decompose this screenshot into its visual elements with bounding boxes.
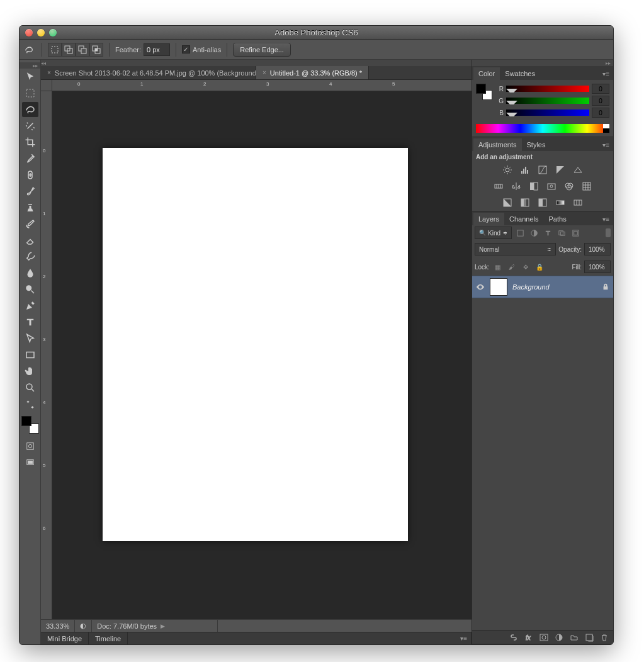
minimize-window-button[interactable] — [37, 29, 45, 36]
marquee-tool[interactable] — [22, 86, 38, 101]
layer-style-icon[interactable]: fx — [524, 632, 534, 642]
quick-mask-icon[interactable] — [22, 439, 38, 454]
color-balance-icon[interactable] — [510, 181, 523, 192]
delete-layer-icon[interactable] — [599, 632, 609, 642]
history-brush-tool[interactable] — [22, 216, 38, 232]
exposure-icon[interactable] — [554, 164, 567, 176]
filter-smart-icon[interactable] — [570, 227, 581, 238]
panel-swatches[interactable] — [476, 84, 492, 100]
curves-icon[interactable] — [536, 164, 549, 176]
channel-mixer-icon[interactable] — [563, 181, 575, 192]
screen-mode-icon[interactable] — [22, 455, 38, 470]
tab-paths[interactable]: Paths — [544, 213, 572, 225]
visibility-icon[interactable] — [476, 283, 485, 291]
blend-mode-dropdown[interactable]: Normal≑ — [475, 243, 556, 255]
tab-swatches[interactable]: Swatches — [500, 67, 540, 80]
tab-layers[interactable]: Layers — [473, 213, 504, 225]
invert-icon[interactable] — [501, 197, 514, 208]
swap-colors-icon[interactable] — [22, 396, 38, 412]
hand-tool[interactable] — [22, 364, 38, 379]
g-slider[interactable] — [506, 98, 589, 104]
threshold-icon[interactable] — [536, 197, 549, 208]
tab-timeline[interactable]: Timeline — [89, 632, 128, 644]
gradient-map-icon[interactable] — [554, 197, 567, 208]
new-layer-icon[interactable] — [584, 632, 594, 642]
filter-pixel-icon[interactable] — [514, 227, 526, 238]
filter-kind-dropdown[interactable]: 🔍Kind≑ — [475, 227, 512, 239]
group-icon[interactable] — [569, 632, 579, 642]
zoom-tool[interactable] — [22, 380, 38, 395]
pen-tool[interactable] — [22, 298, 38, 313]
tab-color[interactable]: Color — [473, 67, 500, 80]
type-tool[interactable] — [22, 315, 38, 330]
zoom-level[interactable]: 33.33% — [41, 620, 75, 632]
tab-mini-bridge[interactable]: Mini Bridge — [41, 632, 89, 644]
path-selection-tool[interactable] — [22, 331, 38, 346]
color-swatches[interactable] — [21, 416, 39, 434]
status-preview-icon[interactable]: ◐ — [75, 620, 92, 632]
antialias-checkbox[interactable]: ✓Anti-alias — [182, 45, 221, 53]
lock-transparency-icon[interactable]: ▦ — [492, 261, 504, 272]
opacity-input[interactable]: 100% — [584, 243, 611, 255]
tab-adjustments[interactable]: Adjustments — [473, 138, 522, 151]
layer-thumbnail[interactable] — [490, 278, 507, 296]
lock-pixels-icon[interactable]: 🖌 — [506, 261, 517, 272]
foreground-color-swatch[interactable] — [21, 416, 31, 426]
panels-collapse-icon[interactable]: ▸▸ — [472, 60, 613, 66]
hue-icon[interactable] — [492, 181, 505, 192]
color-spectrum[interactable] — [476, 124, 609, 133]
brush-tool[interactable] — [22, 184, 38, 199]
photo-filter-icon[interactable] — [545, 181, 558, 192]
filter-shape-icon[interactable] — [556, 227, 567, 238]
vibrance-icon[interactable] — [572, 164, 584, 176]
adjustment-layer-icon[interactable] — [554, 632, 564, 642]
brightness-icon[interactable] — [501, 164, 514, 176]
tab-styles[interactable]: Styles — [522, 138, 551, 151]
eraser-tool[interactable] — [22, 233, 38, 248]
b-input[interactable] — [592, 108, 609, 118]
add-selection-icon[interactable] — [62, 43, 76, 57]
r-input[interactable] — [592, 84, 609, 94]
zoom-window-button[interactable] — [49, 29, 57, 36]
document-tab[interactable]: ×Untitled-1 @ 33.3% (RGB/8) * — [256, 66, 369, 79]
feather-input[interactable] — [144, 43, 170, 56]
eyedropper-tool[interactable] — [22, 151, 38, 166]
tools-collapse-icon[interactable]: ▸▸ — [20, 62, 40, 69]
panel-menu-icon[interactable]: ▾≡ — [599, 213, 613, 225]
filter-adjust-icon[interactable] — [528, 227, 539, 238]
panel-menu-icon[interactable]: ▾≡ — [599, 68, 613, 80]
lock-position-icon[interactable]: ✥ — [520, 261, 531, 272]
gradient-tool[interactable] — [22, 249, 38, 264]
lock-all-icon[interactable]: 🔒 — [534, 261, 545, 272]
panel-menu-icon[interactable]: ▾≡ — [456, 632, 472, 644]
canvas[interactable] — [103, 148, 408, 541]
bw-icon[interactable] — [528, 181, 540, 192]
lasso-tool[interactable] — [22, 102, 38, 117]
panel-menu-icon[interactable]: ▾≡ — [599, 139, 613, 151]
filter-type-icon[interactable] — [542, 227, 553, 238]
crop-tool[interactable] — [22, 135, 38, 150]
selective-color-icon[interactable] — [572, 197, 584, 208]
link-layers-icon[interactable] — [509, 632, 519, 642]
intersect-selection-icon[interactable] — [89, 43, 103, 57]
dodge-tool[interactable] — [22, 282, 38, 297]
close-window-button[interactable] — [25, 29, 33, 36]
lasso-tool-preset-icon[interactable] — [22, 43, 36, 57]
ruler-origin[interactable] — [41, 80, 52, 91]
magic-wand-tool[interactable] — [22, 118, 38, 133]
g-input[interactable] — [592, 96, 609, 106]
clone-stamp-tool[interactable] — [22, 200, 38, 215]
move-tool[interactable] — [22, 69, 38, 84]
horizontal-ruler[interactable]: 0 1 2 3 4 5 — [52, 80, 472, 91]
vertical-ruler[interactable]: 0 1 2 3 4 5 6 — [41, 91, 52, 619]
layer-mask-icon[interactable] — [539, 632, 549, 642]
color-lookup-icon[interactable] — [580, 181, 593, 192]
healing-brush-tool[interactable] — [22, 167, 38, 182]
refine-edge-button[interactable]: Refine Edge... — [233, 43, 291, 57]
tab-channels[interactable]: Channels — [504, 213, 543, 225]
canvas-viewport[interactable] — [52, 91, 472, 619]
document-info[interactable]: Doc: 7.76M/0 bytes▶ — [92, 620, 218, 632]
levels-icon[interactable] — [519, 164, 531, 176]
close-icon[interactable]: × — [47, 69, 51, 76]
r-slider[interactable] — [506, 86, 589, 92]
